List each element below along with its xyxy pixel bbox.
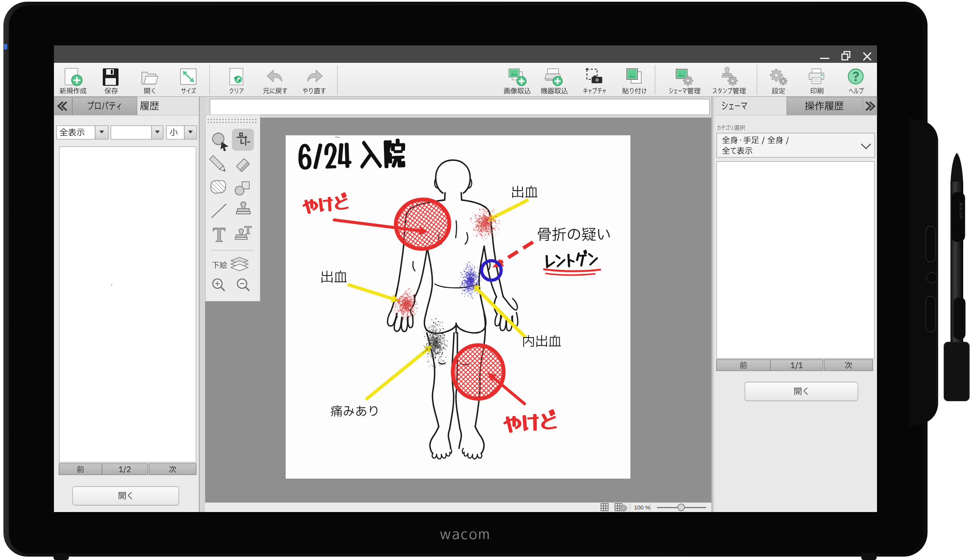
svg-text:100 %: 100 % xyxy=(634,504,650,511)
